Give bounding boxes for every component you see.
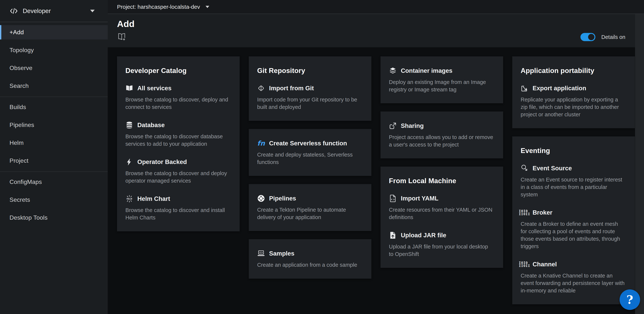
- item-title: Operator Backed: [137, 158, 187, 165]
- add-item-import-yaml[interactable]: Import YAMLCreate resources from their Y…: [389, 195, 494, 221]
- item-head: Export application: [521, 84, 626, 92]
- sidebar-item-label: Observe: [10, 65, 32, 71]
- add-item-upload-jar-file[interactable]: Upload JAR fileUpload a JAR file from yo…: [389, 231, 494, 258]
- helm-icon: HELM: [126, 195, 133, 203]
- git-icon: [257, 84, 265, 92]
- perspective-switcher[interactable]: Developer: [0, 0, 108, 22]
- item-description: Create an application from a code sample: [257, 261, 362, 269]
- item-description: Create a Knative Channel to create an ev…: [521, 272, 625, 294]
- sidebar-nav: +AddTopologyObserveSearchBuildsPipelines…: [0, 22, 108, 314]
- sidebar-item-label: Helm: [10, 139, 24, 146]
- sidebar-item-label: Pipelines: [10, 122, 34, 128]
- item-description: Upload a JAR file from your local deskto…: [389, 243, 494, 258]
- item-head: Upload JAR file: [389, 231, 494, 239]
- add-item-sharing[interactable]: SharingProject access allows you to add …: [389, 122, 494, 148]
- card-pipelines: PipelinesCreate a Tekton Pipeline to aut…: [249, 184, 372, 231]
- item-title: Helm Chart: [137, 195, 170, 202]
- add-item-event-source[interactable]: Event SourceCreate an Event source to re…: [521, 164, 626, 198]
- share-icon: [389, 122, 397, 130]
- sidebar-item-desktop-tools[interactable]: Desktop Tools: [0, 211, 108, 225]
- main-area: Project: harshcasper-localsta-dev Add: [108, 0, 644, 314]
- card-title: From Local Machine: [389, 177, 494, 185]
- details-toggle[interactable]: [580, 33, 595, 41]
- sidebar-item-builds[interactable]: Builds: [0, 100, 108, 114]
- perspective-label: Developer: [23, 7, 51, 14]
- help-button-label: ?: [626, 293, 633, 307]
- file-code-icon: [389, 195, 397, 202]
- sidebar-item-topology[interactable]: Topology: [0, 43, 108, 57]
- item-title: Channel: [532, 261, 557, 268]
- sidebar-item-observe[interactable]: Observe: [0, 61, 108, 75]
- card-column-1: Developer CatalogAll servicesBrowse the …: [117, 56, 240, 231]
- add-item-database[interactable]: DatabaseBrowse the catalog to discover d…: [126, 121, 231, 148]
- page-header: Add Details on: [108, 14, 644, 47]
- item-description: Create and deploy stateless, Serverless …: [257, 151, 362, 166]
- item-description: Browse the catalog to discover and deplo…: [126, 170, 230, 184]
- card-git-repository: Git RepositoryImport from GitImport code…: [249, 56, 372, 121]
- add-item-all-services[interactable]: All servicesBrowse the catalog to discov…: [126, 84, 231, 111]
- sidebar-item-label: Builds: [10, 104, 26, 111]
- card-container-images: Container imagesDeploy an existing Image…: [380, 56, 503, 103]
- item-title: Upload JAR file: [401, 232, 446, 239]
- page-title: Add: [117, 19, 625, 29]
- add-item-operator-backed[interactable]: Operator BackedBrowse the catalog to dis…: [126, 158, 231, 184]
- card-create-serverless-function: fnCreate Serverless functionCreate and d…: [249, 129, 372, 176]
- add-item-broker[interactable]: IOIO IIOIIBrokerCreate a Broker to defin…: [521, 209, 626, 250]
- laptop-code-icon: [257, 250, 265, 257]
- item-head: fnCreate Serverless function: [257, 139, 362, 147]
- sidebar-item-pipelines[interactable]: Pipelines: [0, 118, 108, 132]
- sidebar-item-search[interactable]: Search: [0, 79, 108, 93]
- app-window: Developer +AddTopologyObserveSearchBuild…: [0, 0, 644, 314]
- item-title: Database: [137, 122, 165, 129]
- item-description: Create an Event source to register inter…: [521, 176, 625, 198]
- add-item-pipelines[interactable]: PipelinesCreate a Tekton Pipeline to aut…: [257, 195, 362, 221]
- card-column-3: Container imagesDeploy an existing Image…: [380, 56, 503, 268]
- sidebar-section-1: +AddTopologyObserveSearch: [0, 25, 108, 93]
- add-item-samples[interactable]: SamplesCreate an application from a code…: [257, 250, 362, 269]
- sidebar-item-label: +Add: [10, 29, 24, 36]
- help-button[interactable]: ?: [620, 290, 640, 310]
- item-title: All services: [137, 85, 172, 92]
- details-toggle-label: Details on: [601, 34, 625, 40]
- item-description: Import code from your Git repository to …: [257, 96, 362, 111]
- sidebar-item-add[interactable]: +Add: [0, 25, 108, 39]
- sidebar-item-helm[interactable]: Helm: [0, 136, 108, 150]
- card-application-portability: Application portabilityExport applicatio…: [512, 56, 635, 128]
- binary-icon: IOIO IIOII: [521, 260, 528, 268]
- item-head: All services: [126, 84, 231, 92]
- add-item-import-from-git[interactable]: Import from GitImport code from your Git…: [257, 84, 362, 111]
- item-title: Create Serverless function: [269, 140, 347, 147]
- add-item-export-application[interactable]: Export applicationReplicate your applica…: [521, 84, 626, 118]
- card-title: Git Repository: [257, 67, 362, 75]
- card-title: Application portability: [521, 67, 626, 75]
- sidebar-item-configmaps[interactable]: ConfigMaps: [0, 175, 108, 189]
- item-head: IOIO IIOIIChannel: [521, 260, 626, 268]
- project-selector[interactable]: Project: harshcasper-localsta-dev: [108, 0, 644, 14]
- sidebar: Developer +AddTopologyObserveSearchBuild…: [0, 0, 108, 314]
- item-head: HELMHelm Chart: [126, 195, 231, 203]
- scrollbar[interactable]: [635, 14, 644, 314]
- card-column-4: Application portabilityExport applicatio…: [512, 56, 635, 304]
- card-eventing: EventingEvent SourceCreate an Event sour…: [512, 136, 635, 304]
- add-item-channel[interactable]: IOIO IIOIIChannelCreate a Knative Channe…: [521, 260, 626, 294]
- add-page-cards: Developer CatalogAll servicesBrowse the …: [108, 47, 644, 304]
- item-head: IOIO IIOIIBroker: [521, 209, 626, 217]
- item-description: Browse the catalog to discover and insta…: [126, 206, 230, 221]
- item-head: Operator Backed: [126, 158, 231, 166]
- add-item-container-images[interactable]: Container imagesDeploy an existing Image…: [389, 67, 494, 93]
- item-title: Broker: [532, 209, 552, 216]
- export-icon: [521, 84, 528, 92]
- item-title: Pipelines: [269, 195, 296, 202]
- sidebar-item-project[interactable]: Project: [0, 154, 108, 168]
- book-plus-icon[interactable]: [117, 32, 126, 42]
- card-title: Eventing: [521, 147, 626, 155]
- details-toggle-wrap: Details on: [580, 33, 625, 41]
- item-head: Import YAML: [389, 195, 494, 202]
- add-item-create-serverless-function[interactable]: fnCreate Serverless functionCreate and d…: [257, 139, 362, 166]
- item-head: Import from Git: [257, 84, 362, 92]
- sidebar-item-label: Project: [10, 157, 28, 164]
- item-title: Import YAML: [401, 195, 438, 202]
- file-upload-icon: [389, 231, 397, 239]
- sidebar-item-secrets[interactable]: Secrets: [0, 193, 108, 207]
- add-item-helm-chart[interactable]: HELMHelm ChartBrowse the catalog to disc…: [126, 195, 231, 221]
